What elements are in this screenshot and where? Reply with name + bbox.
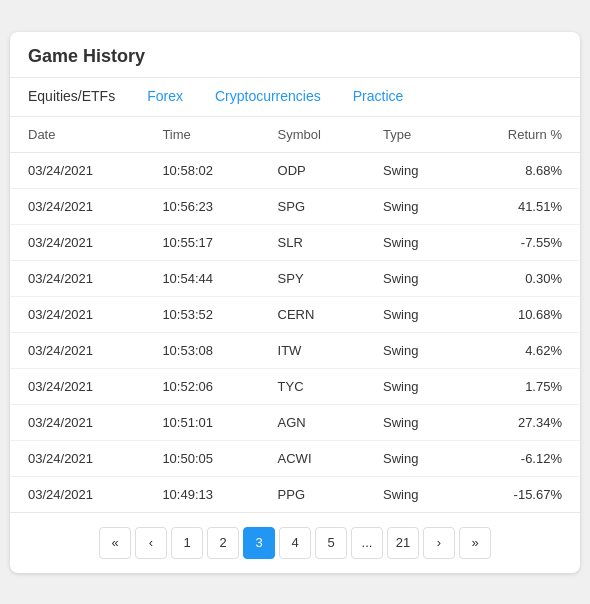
cell-symbol: AGN [260, 404, 366, 440]
cell-return: 27.34% [460, 404, 580, 440]
cell-symbol: ODP [260, 152, 366, 188]
table-header-row: Date Time Symbol Type Return % [10, 117, 580, 153]
tab-cryptocurrencies[interactable]: Cryptocurrencies [199, 78, 337, 116]
history-table: Date Time Symbol Type Return % 03/24/202… [10, 117, 580, 512]
cell-return: 8.68% [460, 152, 580, 188]
pagination-last[interactable]: » [459, 527, 491, 559]
pagination-first[interactable]: « [99, 527, 131, 559]
cell-return: 1.75% [460, 368, 580, 404]
cell-return: 41.51% [460, 188, 580, 224]
cell-time: 10:53:52 [144, 296, 259, 332]
tab-practice[interactable]: Practice [337, 78, 420, 116]
cell-return: 10.68% [460, 296, 580, 332]
cell-symbol: TYC [260, 368, 366, 404]
cell-date: 03/24/2021 [10, 188, 144, 224]
cell-type: Swing [365, 332, 460, 368]
cell-date: 03/24/2021 [10, 404, 144, 440]
pagination-page-1[interactable]: 1 [171, 527, 203, 559]
cell-date: 03/24/2021 [10, 440, 144, 476]
tab-forex[interactable]: Forex [131, 78, 199, 116]
cell-time: 10:50:05 [144, 440, 259, 476]
cell-symbol: CERN [260, 296, 366, 332]
cell-time: 10:54:44 [144, 260, 259, 296]
table-row: 03/24/2021 10:52:06 TYC Swing 1.75% [10, 368, 580, 404]
pagination-page-2[interactable]: 2 [207, 527, 239, 559]
cell-date: 03/24/2021 [10, 368, 144, 404]
tabs-container: Equities/ETFs Forex Cryptocurrencies Pra… [10, 78, 580, 117]
cell-type: Swing [365, 476, 460, 512]
table-row: 03/24/2021 10:54:44 SPY Swing 0.30% [10, 260, 580, 296]
col-time: Time [144, 117, 259, 153]
table-row: 03/24/2021 10:51:01 AGN Swing 27.34% [10, 404, 580, 440]
cell-time: 10:58:02 [144, 152, 259, 188]
cell-return: 4.62% [460, 332, 580, 368]
tab-equities[interactable]: Equities/ETFs [28, 78, 131, 116]
pagination-page-5[interactable]: 5 [315, 527, 347, 559]
pagination-last-page[interactable]: 21 [387, 527, 419, 559]
col-type: Type [365, 117, 460, 153]
pagination-page-4[interactable]: 4 [279, 527, 311, 559]
cell-type: Swing [365, 224, 460, 260]
pagination: « ‹ 1 2 3 4 5 ... 21 › » [10, 512, 580, 573]
cell-symbol: SLR [260, 224, 366, 260]
table-row: 03/24/2021 10:49:13 PPG Swing -15.67% [10, 476, 580, 512]
pagination-prev[interactable]: ‹ [135, 527, 167, 559]
cell-symbol: ITW [260, 332, 366, 368]
table-row: 03/24/2021 10:53:52 CERN Swing 10.68% [10, 296, 580, 332]
cell-type: Swing [365, 404, 460, 440]
col-date: Date [10, 117, 144, 153]
cell-time: 10:52:06 [144, 368, 259, 404]
cell-time: 10:53:08 [144, 332, 259, 368]
cell-symbol: PPG [260, 476, 366, 512]
cell-type: Swing [365, 152, 460, 188]
cell-symbol: SPY [260, 260, 366, 296]
cell-date: 03/24/2021 [10, 476, 144, 512]
cell-type: Swing [365, 368, 460, 404]
cell-date: 03/24/2021 [10, 296, 144, 332]
pagination-page-3[interactable]: 3 [243, 527, 275, 559]
table-row: 03/24/2021 10:56:23 SPG Swing 41.51% [10, 188, 580, 224]
cell-date: 03/24/2021 [10, 224, 144, 260]
cell-time: 10:56:23 [144, 188, 259, 224]
table-row: 03/24/2021 10:50:05 ACWI Swing -6.12% [10, 440, 580, 476]
card-header: Game History [10, 32, 580, 78]
cell-type: Swing [365, 296, 460, 332]
cell-type: Swing [365, 260, 460, 296]
cell-type: Swing [365, 440, 460, 476]
col-return: Return % [460, 117, 580, 153]
game-history-card: Game History Equities/ETFs Forex Cryptoc… [10, 32, 580, 573]
cell-return: 0.30% [460, 260, 580, 296]
col-symbol: Symbol [260, 117, 366, 153]
pagination-next[interactable]: › [423, 527, 455, 559]
cell-return: -15.67% [460, 476, 580, 512]
cell-return: -7.55% [460, 224, 580, 260]
cell-time: 10:49:13 [144, 476, 259, 512]
cell-date: 03/24/2021 [10, 152, 144, 188]
cell-time: 10:51:01 [144, 404, 259, 440]
cell-symbol: SPG [260, 188, 366, 224]
cell-date: 03/24/2021 [10, 260, 144, 296]
cell-type: Swing [365, 188, 460, 224]
cell-date: 03/24/2021 [10, 332, 144, 368]
pagination-ellipsis: ... [351, 527, 383, 559]
page-title: Game History [28, 46, 145, 66]
cell-return: -6.12% [460, 440, 580, 476]
table-row: 03/24/2021 10:53:08 ITW Swing 4.62% [10, 332, 580, 368]
cell-symbol: ACWI [260, 440, 366, 476]
table-row: 03/24/2021 10:58:02 ODP Swing 8.68% [10, 152, 580, 188]
cell-time: 10:55:17 [144, 224, 259, 260]
table-row: 03/24/2021 10:55:17 SLR Swing -7.55% [10, 224, 580, 260]
